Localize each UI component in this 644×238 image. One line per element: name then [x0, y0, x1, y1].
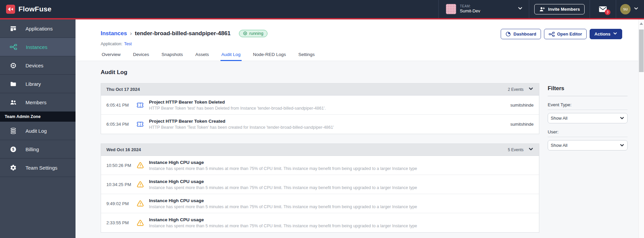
- dashboard-button[interactable]: Dashboard: [501, 29, 541, 39]
- event-description: HTTP Bearer Token 'test' has been Delete…: [149, 106, 504, 111]
- audit-group: Thu Oct 17 2024 2 Events 6:05:41 PM Pro: [101, 83, 539, 134]
- svg-text:$: $: [12, 147, 14, 151]
- sidebar-item-label: Audit Log: [26, 128, 47, 134]
- scrollbar[interactable]: [638, 19, 644, 238]
- event-user: sumitshinde: [510, 103, 534, 108]
- dashboard-button-label: Dashboard: [513, 32, 536, 37]
- event-type-select[interactable]: Show All: [548, 113, 628, 123]
- audit-group-header[interactable]: Wed Oct 16 2024 5 Events: [101, 144, 539, 156]
- scrollbar-up-arrow-icon[interactable]: [640, 22, 643, 25]
- event-time: 9:49:02 PM: [106, 201, 136, 206]
- event-title: Instance High CPU usage: [149, 160, 527, 165]
- chevron-down-icon: [528, 86, 534, 93]
- sidebar: Applications Instances Devices Library M…: [0, 19, 76, 238]
- breadcrumb-instances-link[interactable]: Instances: [101, 30, 127, 37]
- audit-event-row: 9:49:02 PM Instance High CPU usage Insta…: [101, 194, 539, 213]
- sidebar-item-instances[interactable]: Instances: [0, 38, 76, 56]
- warning-icon: [137, 162, 144, 169]
- tab-snapshots[interactable]: Snapshots: [160, 52, 184, 61]
- ticket-icon: [137, 121, 144, 128]
- event-description: Instance has spent more than 5 minutes a…: [149, 204, 527, 209]
- group-event-count: 5 Events: [508, 147, 524, 152]
- tab-assets[interactable]: Assets: [194, 52, 210, 61]
- team-selector[interactable]: TEAM: Sumit-Dev: [438, 0, 529, 18]
- breadcrumb-separator: ›: [130, 31, 132, 37]
- warning-icon: [137, 219, 144, 227]
- tab-overview[interactable]: Overview: [101, 52, 121, 61]
- audit-group: Wed Oct 16 2024 5 Events 10:50:26 PM In: [101, 143, 539, 233]
- sidebar-item-label: Devices: [26, 63, 43, 68]
- sidebar-item-label: Instances: [26, 44, 47, 50]
- instance-actions: Dashboard Open Editor Actions: [501, 29, 622, 39]
- sidebar-item-library[interactable]: Library: [0, 75, 76, 93]
- divider: [548, 110, 628, 110]
- sidebar-item-applications[interactable]: Applications: [0, 19, 76, 38]
- team-name: Sumit-Dev: [460, 8, 480, 14]
- event-user: sumitshinde: [510, 122, 534, 127]
- user-menu[interactable]: su: [616, 0, 644, 18]
- sidebar-item-label: Team Settings: [26, 165, 57, 171]
- instance-topbar: Instances › tender-broad-billed-sandpipe…: [76, 19, 638, 61]
- tab-devices[interactable]: Devices: [132, 52, 150, 61]
- sidebar-item-billing[interactable]: $ Billing: [0, 140, 76, 159]
- audit-group-header[interactable]: Thu Oct 17 2024 2 Events: [101, 83, 539, 96]
- invite-members-button[interactable]: Invite Members: [534, 4, 585, 14]
- team-label: TEAM:: [460, 4, 480, 9]
- sidebar-item-members[interactable]: Members: [0, 93, 76, 112]
- sidebar-item-label: Billing: [26, 146, 39, 152]
- event-time: 6:05:41 PM: [106, 103, 136, 108]
- event-title: Instance High CPU usage: [149, 179, 527, 184]
- chevron-down-icon: [517, 6, 523, 12]
- user-label: User:: [548, 129, 628, 134]
- event-description: Instance has spent more than 5 minutes a…: [149, 166, 527, 171]
- event-description: Instance has spent more than 5 minutes a…: [149, 185, 527, 190]
- instances-icon: [10, 43, 17, 51]
- invite-section: Invite Members: [529, 0, 590, 18]
- divider: [548, 137, 628, 137]
- database-icon: [10, 127, 17, 134]
- notification-badge: 3: [605, 9, 610, 15]
- tab-audit-log[interactable]: Audit Log: [220, 52, 242, 61]
- event-description: HTTP Bearer Token 'Test Token' has been …: [149, 125, 504, 130]
- application-link[interactable]: Test: [124, 42, 132, 46]
- gear-icon: [10, 164, 17, 171]
- event-title: Project HTTP Bearer Token Created: [149, 119, 504, 124]
- sidebar-item-label: Applications: [26, 26, 53, 32]
- sidebar-item-audit-log[interactable]: Audit Log: [0, 122, 76, 140]
- ticket-icon: [137, 102, 144, 109]
- audit-event-row: 10:50:26 PM Instance High CPU usage Inst…: [101, 156, 539, 175]
- chip-icon: [10, 62, 17, 69]
- group-event-count: 2 Events: [508, 87, 524, 92]
- tab-settings[interactable]: Settings: [297, 52, 316, 61]
- warning-icon: [137, 181, 144, 188]
- invite-members-label: Invite Members: [548, 7, 580, 12]
- event-time: 6:05:34 PM: [106, 122, 136, 127]
- open-editor-button[interactable]: Open Editor: [544, 29, 587, 39]
- node-editor-icon: [549, 31, 555, 37]
- event-time: 10:34:25 PM: [106, 182, 136, 187]
- tab-node-red-logs[interactable]: Node-RED Logs: [252, 52, 287, 61]
- open-editor-button-label: Open Editor: [557, 32, 582, 37]
- status-dot-icon: [243, 31, 247, 36]
- sidebar-item-devices[interactable]: Devices: [0, 56, 76, 75]
- event-description: Instance has spent more than 5 minutes a…: [149, 224, 527, 228]
- actions-button[interactable]: Actions: [590, 29, 622, 39]
- flowfuse-logo[interactable]: FlowFuse: [0, 5, 51, 14]
- team-text: TEAM: Sumit-Dev: [460, 4, 480, 14]
- notifications-button[interactable]: 3: [599, 6, 607, 13]
- event-title: Project HTTP Bearer Token Deleted: [149, 100, 504, 105]
- user-select[interactable]: Show All: [548, 140, 628, 151]
- chevron-down-icon: [613, 31, 617, 37]
- brand-name: FlowFuse: [18, 5, 51, 13]
- scrollbar-thumb[interactable]: [639, 29, 644, 72]
- main-content: Instances › tender-broad-billed-sandpipe…: [76, 19, 638, 238]
- sidebar-item-label: Library: [26, 81, 41, 87]
- chevron-down-icon: [528, 146, 534, 153]
- audit-event-row: 2:33:55 PM Instance High CPU usage Insta…: [101, 213, 539, 232]
- group-date: Thu Oct 17 2024: [106, 87, 140, 92]
- event-time: 10:50:26 PM: [106, 163, 136, 168]
- status-label: running: [249, 31, 263, 36]
- audit-event-row: 6:05:34 PM Project HTTP Bearer Token Cre…: [101, 115, 539, 134]
- avatar: su: [620, 4, 631, 14]
- sidebar-item-team-settings[interactable]: Team Settings: [0, 159, 76, 177]
